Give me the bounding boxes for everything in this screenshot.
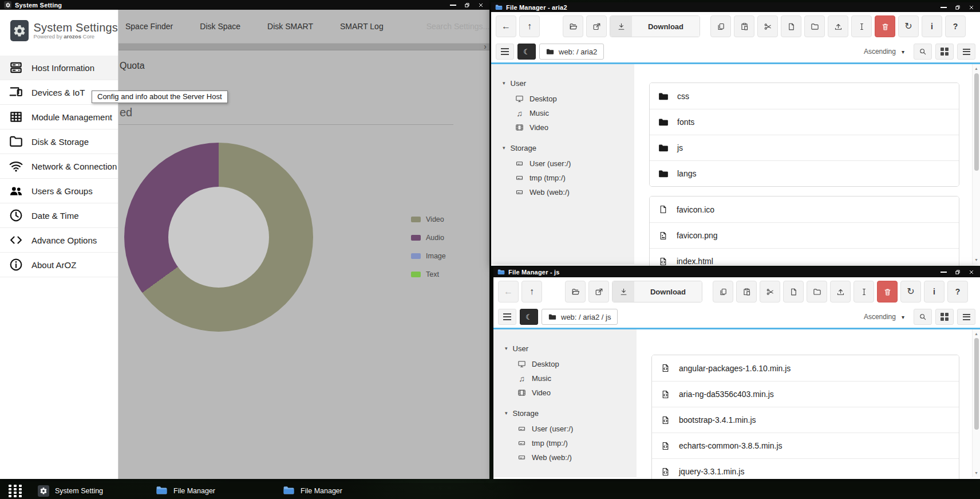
legend-item-image[interactable]: Image [411,247,446,265]
search-settings-input[interactable]: Search Settings... [426,22,489,31]
minimize-icon[interactable] [450,5,456,6]
dark-mode-toggle[interactable]: ☾ [517,44,536,60]
up-button[interactable]: ↑ [519,15,540,37]
open-button[interactable] [563,15,583,37]
refresh-button[interactable]: ↻ [900,281,921,302]
sidebar-item-disk-storage[interactable]: Disk & Storage [0,129,118,154]
new-file-button[interactable] [781,15,801,37]
file-row-favicon-png[interactable]: favicon.png [650,222,959,248]
folder-row-js[interactable]: js [650,135,959,160]
fm-aria2-titlebar[interactable]: File Manager - aria2 [491,2,980,12]
new-file-button[interactable] [783,281,804,302]
info-button[interactable]: i [924,281,945,302]
sidebar-item-network-connection[interactable]: Network & Connection [0,154,118,179]
tree-section-user[interactable]: ▾ User [503,78,629,88]
upload-button[interactable] [830,281,851,302]
sidebar-item-host-information[interactable]: Host Information [0,56,118,80]
new-folder-button[interactable] [807,281,827,302]
tab-disk-space[interactable]: Disk Space [200,22,240,31]
delete-button[interactable] [877,281,898,302]
scroll-up-icon[interactable]: ▴ [973,66,980,71]
file-row-aria-ng[interactable]: aria-ng-da5356c403.min.js [652,381,959,407]
refresh-button[interactable]: ↻ [898,15,919,37]
open-external-button[interactable] [586,15,607,37]
open-external-button[interactable] [588,281,609,302]
scrollbar-thumb[interactable] [974,73,979,171]
scroll-up-icon[interactable]: ▴ [973,331,980,336]
maximize-icon[interactable] [955,269,961,275]
tree-section-storage[interactable]: ▾ Storage [505,408,631,418]
restore-icon[interactable] [464,2,470,8]
legend-item-audio[interactable]: Audio [411,229,446,247]
tree-item-video[interactable]: Video [503,120,629,135]
scrollbar[interactable]: ▴ ▾ [972,64,980,264]
rename-button[interactable] [853,281,874,302]
tree-item-desktop[interactable]: Desktop [505,357,631,371]
tab-disk-smart[interactable]: Disk SMART [267,22,313,31]
folder-row-fonts[interactable]: fonts [650,109,959,135]
app-launcher-button[interactable] [9,485,22,497]
tree-item-music[interactable]: ♫Music [503,106,629,120]
tree-item-web-drive[interactable]: Web (web:/) [503,185,629,199]
sidebar-item-date-time[interactable]: Date & Time [0,203,118,228]
tree-section-storage[interactable]: ▾ Storage [503,143,629,153]
tree-item-user-drive[interactable]: User (user:/) [505,422,631,436]
taskbar-item-system-setting[interactable]: System Setting [38,485,103,497]
scrollbar-thumb[interactable] [974,338,979,430]
tree-item-user-drive[interactable]: User (user:/) [503,156,629,171]
taskbar-item-file-manager-1[interactable]: File Manager [156,485,215,497]
tree-item-video[interactable]: Video [505,386,631,400]
up-button[interactable]: ↑ [521,281,542,302]
tree-item-web-drive[interactable]: Web (web:/) [505,450,631,465]
back-button[interactable]: ← [498,281,519,302]
folder-row-langs[interactable]: langs [650,160,959,186]
tree-item-music[interactable]: ♫Music [505,371,631,386]
rename-button[interactable] [851,15,872,37]
minimize-icon[interactable] [941,272,947,273]
help-button[interactable]: ? [945,15,966,37]
cut-button[interactable] [760,281,780,302]
tab-space-finder[interactable]: Space Finder [125,22,173,31]
sidebar-item-about-aroz[interactable]: About ArOZ [0,253,118,277]
paste-button[interactable] [734,15,754,37]
file-row-favicon-ico[interactable]: favicon.ico [650,197,959,222]
tree-item-tmp-drive[interactable]: tmp (tmp:/) [505,436,631,450]
menu-button[interactable] [498,309,516,325]
file-row-jquery[interactable]: jquery-3.3.1.min.js [652,458,959,479]
sort-order-dropdown[interactable]: Ascending ▾ [864,313,904,321]
tab-overflow-arrow-icon[interactable]: › [484,42,487,51]
info-button[interactable]: i [922,15,942,37]
dark-mode-toggle[interactable]: ☾ [520,309,538,325]
breadcrumb[interactable]: web: / aria2 [539,44,604,60]
open-button[interactable] [565,281,586,302]
copy-button[interactable] [713,281,733,302]
file-row-angular[interactable]: angular-packages-1.6.10.min.js [652,355,959,381]
close-icon[interactable] [969,5,974,10]
taskbar-item-file-manager-2[interactable]: File Manager [283,485,342,497]
scroll-down-icon[interactable]: ▾ [973,470,980,476]
tab-scroll-strip[interactable]: › [118,43,489,50]
sidebar-item-advance-options[interactable]: Advance Options [0,228,118,253]
scrollbar[interactable]: ▴ ▾ [972,329,980,477]
help-button[interactable]: ? [947,281,968,302]
legend-item-text[interactable]: Text [411,265,446,284]
back-button[interactable]: ← [496,15,516,37]
close-icon[interactable] [478,2,484,8]
tab-smart-log[interactable]: SMART Log [340,22,384,31]
minimize-icon[interactable] [941,7,947,8]
breadcrumb[interactable]: web: / aria2 / js [542,309,618,325]
file-row-bootstrap[interactable]: bootstrap-3.4.1.min.js [652,407,959,433]
sort-order-dropdown[interactable]: Ascending ▾ [864,48,904,56]
maximize-icon[interactable] [955,5,961,10]
legend-item-video[interactable]: Video [411,210,446,229]
close-icon[interactable] [969,269,974,275]
scroll-down-icon[interactable]: ▾ [973,257,980,262]
sidebar-item-users-groups[interactable]: Users & Groups [0,179,118,203]
list-view-button[interactable] [957,44,975,60]
tree-item-tmp-drive[interactable]: tmp (tmp:/) [503,171,629,185]
grid-view-button[interactable] [935,44,954,60]
list-view-button[interactable] [957,309,975,325]
search-button[interactable] [914,309,932,325]
delete-button[interactable] [875,15,895,37]
grid-view-button[interactable] [935,309,954,325]
